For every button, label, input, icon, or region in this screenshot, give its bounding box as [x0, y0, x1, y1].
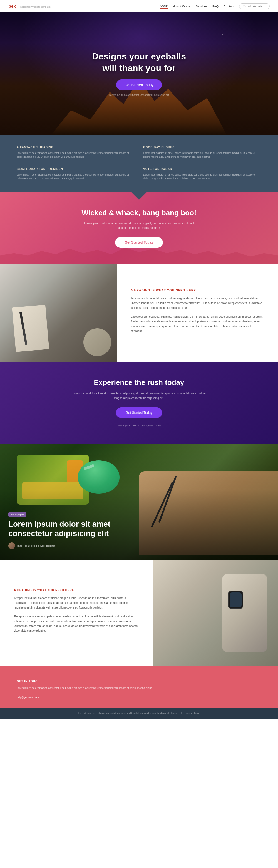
feature-4-text: Lorem ipsum dolor sit amet, consectetur …	[143, 173, 261, 181]
notebook-decoration	[12, 305, 49, 352]
split-section: A HEADING IS WHAT YOU NEED HERE Tempor i…	[0, 265, 278, 362]
feature-2-text: Lorem ipsum dolor sit amet, consectetur …	[143, 151, 261, 159]
content-text-2: Excepteur sint occaecat cupidatat non pr…	[14, 614, 139, 633]
smartwatch	[228, 591, 243, 609]
author-name: Blaz Robar, god like web designer	[17, 545, 55, 547]
content-image-section: A HEADING IS WHAT YOU NEED HERE Tempor i…	[0, 560, 278, 666]
split-text-1: Tempor incididunt ut labore et dolore ma…	[131, 296, 264, 310]
split-heading: A HEADING IS WHAT YOU NEED HERE	[131, 288, 264, 292]
author-avatar	[8, 542, 15, 549]
photo-content: Photography Lorem ipsum dolor sit ametco…	[8, 512, 270, 549]
content-side: A HEADING IS WHAT YOU NEED HERE Tempor i…	[0, 560, 153, 666]
pink-wave-decoration	[131, 192, 147, 200]
footer-text: Lorem ipsum dolor sit amet, consectetur …	[17, 686, 261, 690]
feature-4: VOTE FOR ROBAR Lorem ipsum dolor sit ame…	[143, 167, 261, 181]
search-input[interactable]	[239, 3, 270, 9]
nav-contact[interactable]: Contact	[223, 5, 234, 8]
feature-1: A FANTASTIC HEADING Lorem ipsum dolor si…	[17, 146, 135, 159]
logo: pex Photoshop Website template	[8, 4, 51, 9]
purple-title: Experience the rush today	[11, 378, 267, 387]
navbar: pex Photoshop Website template About How…	[0, 0, 278, 12]
split-image	[0, 265, 117, 362]
footer-bottom-text: Lorem ipsum dolor sit amet, consectetur …	[17, 712, 261, 714]
hero-section: Designs your eyeballswill thank you for …	[0, 12, 278, 135]
footer-heading: GET IN TOUCH	[17, 680, 261, 683]
nav-services[interactable]: Services	[196, 5, 207, 8]
content-heading: A HEADING IS WHAT YOU NEED HERE	[14, 589, 139, 592]
footer-bottom: Lorem ipsum dolor sit amet, consectetur …	[0, 708, 278, 719]
feature-1-title: A FANTASTIC HEADING	[17, 146, 135, 149]
photo-author: Blaz Robar, god like web designer	[8, 542, 270, 549]
nav-faq[interactable]: FAQ	[213, 5, 219, 8]
split-content: A HEADING IS WHAT YOU NEED HERE Tempor i…	[117, 265, 278, 362]
feature-3-title: BLAZ ROBAR FOR PRESIDENT	[17, 167, 135, 170]
image-side-inner	[153, 560, 278, 666]
photo-badge: Photography	[8, 513, 26, 517]
pink-section: Wicked & whack, bang bang boo! Lorem ips…	[0, 192, 278, 265]
purple-cta-button[interactable]: Get Started Today	[116, 407, 162, 418]
photo-section: Photography Lorem ipsum dolor sit ametco…	[0, 443, 278, 560]
purple-subtitle: Lorem ipsum dolor sit amet, consectetur …	[70, 391, 208, 401]
feature-1-text: Lorem ipsum dolor sit amet, consectetur …	[17, 151, 135, 159]
hero-cta-button[interactable]: Get Started Today	[116, 80, 162, 90]
pink-subtitle: Lorem ipsum dolor sit amet, consectetur …	[83, 221, 195, 230]
image-side	[153, 560, 278, 666]
pink-title: Wicked & whack, bang bang boo!	[11, 209, 267, 217]
hand-arm	[222, 574, 267, 652]
nav-links: About How It Works Services FAQ Contact	[160, 3, 270, 9]
feature-3: BLAZ ROBAR FOR PRESIDENT Lorem ipsum dol…	[17, 167, 135, 181]
content-text-1: Tempor incididunt ut labore et dolore ma…	[14, 596, 139, 610]
hero-title: Designs your eyeballswill thank you for	[92, 51, 186, 74]
avatar-inner	[8, 542, 15, 549]
pink-cta-button[interactable]: Get Started Today	[115, 237, 163, 248]
hero-subtitle: Lorem ipsum dolor sit amet, consectetur …	[92, 94, 186, 96]
hero-content: Designs your eyeballswill thank you for …	[92, 51, 186, 96]
split-text-2: Excepteur sint occaecat cupidatat non pr…	[131, 314, 264, 333]
feature-4-title: VOTE FOR ROBAR	[143, 167, 261, 170]
nav-how-it-works[interactable]: How It Works	[173, 5, 191, 8]
purple-section: Experience the rush today Lorem ipsum do…	[0, 362, 278, 443]
footer-email[interactable]: help@yourwha.com	[17, 696, 39, 699]
nav-about[interactable]: About	[160, 4, 168, 9]
features-section: A FANTASTIC HEADING Lorem ipsum dolor si…	[0, 135, 278, 192]
cup-decoration	[83, 328, 111, 356]
photo-title: Lorem ipsum dolor sit ametconsectetur ad…	[8, 519, 270, 538]
purple-footnote: Lorem ipsum dolor sit amet, consectetur	[11, 424, 267, 427]
feature-2-title: GOOD DAY BLOKES	[143, 146, 261, 149]
footer-red: GET IN TOUCH Lorem ipsum dolor sit amet,…	[0, 666, 278, 708]
feature-2: GOOD DAY BLOKES Lorem ipsum dolor sit am…	[143, 146, 261, 159]
feature-3-text: Lorem ipsum dolor sit amet, consectetur …	[17, 173, 135, 181]
